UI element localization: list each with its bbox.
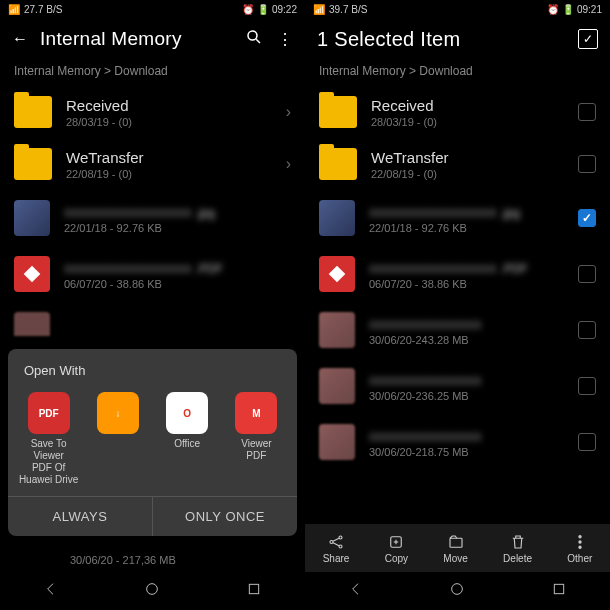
list-item[interactable]: xxxxxxxxxxxxxxx30/06/20-236.25 MB [305,358,610,414]
list-item[interactable]: Received28/03/19 - (0) [305,86,610,138]
only-once-button[interactable]: ONLY ONCE [153,497,297,536]
select-all-button[interactable] [578,29,598,49]
svg-point-4 [330,540,333,543]
svg-line-7 [333,538,339,541]
app-option[interactable]: PDF Save To ViewerPDF Of Huawei Drive [18,392,79,486]
nav-back-icon[interactable] [348,581,364,601]
item-name: xxxxxxxxxxxxxxx [369,315,564,332]
breadcrumb[interactable]: Internal Memory > Download [305,60,610,86]
list-item[interactable]: Received28/03/19 - (0) › [0,86,305,138]
item-name: xxxxxxxxxxxxxxxxx.jpg [64,203,291,220]
move-button[interactable]: Move [443,533,467,564]
item-meta: 30/06/20 - 217,36 MB [70,554,176,566]
item-name: WeTransfer [371,149,564,166]
action-bar: Share Copy Move Delete Other [305,524,610,572]
item-name: xxxxxxxxxxxxxxxxx.PDF [369,259,564,276]
back-icon[interactable]: ← [12,30,28,48]
app-option[interactable]: M ViewerPDF [226,392,287,486]
item-name: WeTransfer [66,149,272,166]
list-item[interactable]: WeTransfer22/08/19 - (0) › [0,138,305,190]
checkbox[interactable] [578,209,596,227]
svg-rect-12 [450,538,462,547]
item-name: xxxxxxxxxxxxxxx [369,371,564,388]
svg-point-2 [147,584,158,595]
checkbox[interactable] [578,265,596,283]
nav-recent-icon[interactable] [551,581,567,601]
header: ← Internal Memory ⋮ [0,18,305,60]
item-meta: 06/07/20 - 38.86 KB [369,278,564,290]
svg-point-16 [452,584,463,595]
list-item[interactable] [0,302,305,346]
nav-home-icon[interactable] [144,581,160,601]
open-with-sheet: Open With PDF Save To ViewerPDF Of Huawe… [8,349,297,536]
always-button[interactable]: ALWAYS [8,497,153,536]
share-button[interactable]: Share [323,533,350,564]
image-thumbnail [14,200,50,236]
nav-bar [0,572,305,610]
item-meta: 28/03/19 - (0) [66,116,272,128]
app-option[interactable]: O Office [157,392,218,486]
nav-back-icon[interactable] [43,581,59,601]
list-item[interactable]: xxxxxxxxxxxxxxxxx.PDF06/07/20 - 38.86 KB [305,246,610,302]
pdf-icon [319,256,355,292]
app-label: Office [174,438,200,450]
app-icon: M [235,392,277,434]
right-pane: 📶39.7 B/S ⏰🔋09:21 1 Selected Item Intern… [305,0,610,610]
more-icon[interactable]: ⋮ [277,30,293,49]
other-button[interactable]: Other [567,533,592,564]
status-bar: 📶27.7 B/S ⏰🔋09:22 [0,0,305,18]
left-pane: 📶27.7 B/S ⏰🔋09:22 ← Internal Memory ⋮ In… [0,0,305,610]
checkbox[interactable] [578,103,596,121]
thumbnail [319,424,355,460]
folder-icon [14,96,52,128]
breadcrumb[interactable]: Internal Memory > Download [0,60,305,86]
item-meta: 30/06/20-236.25 MB [369,390,564,402]
thumbnail [14,312,50,336]
list-item[interactable]: xxxxxxxxxxxxxxx30/06/20-243.28 MB [305,302,610,358]
thumbnail [319,312,355,348]
thumbnail [319,368,355,404]
svg-point-5 [339,536,342,539]
item-name: xxxxxxxxxxxxxxxxx.PDF [64,259,291,276]
item-meta: 30/06/20-243.28 MB [369,334,564,346]
svg-point-13 [579,535,581,537]
item-name: Received [371,97,564,114]
checkbox[interactable] [578,377,596,395]
delete-button[interactable]: Delete [503,533,532,564]
svg-point-15 [579,546,581,548]
sheet-title: Open With [18,363,287,378]
page-title: 1 Selected Item [317,28,566,51]
item-name: xxxxxxxxxxxxxxxxx.jpg [369,203,564,220]
svg-line-8 [333,542,339,545]
item-meta: 30/06/20-218.75 MB [369,446,564,458]
svg-point-14 [579,540,581,542]
list-item[interactable]: WeTransfer22/08/19 - (0) [305,138,610,190]
item-meta: 22/01/18 - 92.76 KB [369,222,564,234]
item-meta: 22/08/19 - (0) [371,168,564,180]
app-label: Save To ViewerPDF Of Huawei Drive [18,438,79,486]
folder-icon [319,148,357,180]
list-item[interactable]: xxxxxxxxxxxxxxx30/06/20-218.75 MB [305,414,610,470]
svg-rect-3 [249,584,258,593]
item-meta: 06/07/20 - 38.86 KB [64,278,291,290]
folder-icon [14,148,52,180]
list-item[interactable]: xxxxxxxxxxxxxxxxx.PDF06/07/20 - 38.86 KB [0,246,305,302]
checkbox[interactable] [578,155,596,173]
checkbox[interactable] [578,321,596,339]
copy-button[interactable]: Copy [385,533,408,564]
nav-home-icon[interactable] [449,581,465,601]
nav-bar [305,572,610,610]
chevron-right-icon: › [286,155,291,173]
list-item[interactable]: xxxxxxxxxxxxxxxxx.jpg22/01/18 - 92.76 KB [305,190,610,246]
app-label: ViewerPDF [241,438,271,462]
header: 1 Selected Item [305,18,610,60]
app-icon: ↓ [97,392,139,434]
checkbox[interactable] [578,433,596,451]
app-icon: O [166,392,208,434]
search-icon[interactable] [245,28,263,50]
app-icon: PDF [28,392,70,434]
nav-recent-icon[interactable] [246,581,262,601]
item-meta: 22/08/19 - (0) [66,168,272,180]
app-option[interactable]: ↓ [87,392,148,486]
list-item[interactable]: xxxxxxxxxxxxxxxxx.jpg22/01/18 - 92.76 KB [0,190,305,246]
